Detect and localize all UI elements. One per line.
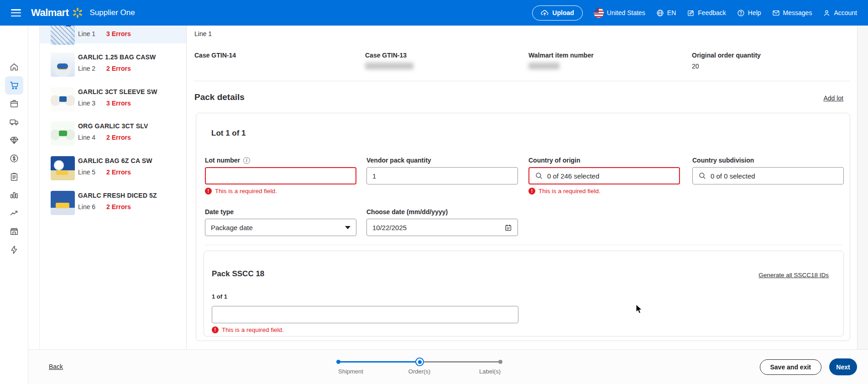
vendor-pack-qty-input[interactable] <box>372 172 512 180</box>
sscc-field: ! This is a required field. <box>212 303 518 333</box>
sidebar-item-reports[interactable] <box>5 168 23 186</box>
step-dot-labels[interactable] <box>498 360 502 364</box>
country-selector[interactable]: United States <box>594 8 645 18</box>
date-type-label: Date type <box>205 208 234 216</box>
vertical-scrollbar[interactable] <box>857 26 868 349</box>
list-item-line-3[interactable]: GARLIC 3CT SLEEVE SW Line 3 3 Errors <box>40 87 186 113</box>
messages-link[interactable]: Messages <box>772 9 812 17</box>
pack-details-title: Pack details <box>194 92 245 102</box>
sscc-input[interactable] <box>218 311 512 319</box>
sidebar-item-marketplace[interactable] <box>5 222 23 241</box>
hamburger-menu-icon[interactable] <box>11 9 21 16</box>
box-icon <box>9 99 19 109</box>
error-count: 2 Errors <box>106 134 131 141</box>
walmart-logo[interactable]: Walmart <box>31 7 83 19</box>
divider <box>194 81 850 81</box>
choose-date-field: Choose date (mm/dd/yyyy) <box>366 208 518 236</box>
sidebar-item-orders[interactable] <box>5 76 23 95</box>
case-gtin13-field: Case GTIN-13 <box>365 52 413 69</box>
lot-card: Lot 1 of 1 Lot number i ! This is a requ… <box>196 113 850 341</box>
sidebar-item-growth[interactable] <box>5 204 23 222</box>
bar-chart-icon <box>9 190 19 200</box>
generate-sscc-link[interactable]: Generate all SSCC18 IDs <box>758 272 829 279</box>
choose-date-input[interactable] <box>372 224 500 231</box>
list-item-line-2[interactable]: GARLIC 1.25 BAG CASW Line 2 2 Errors <box>40 53 186 78</box>
list-item-line-4[interactable]: ORG GARLIC 3CT SLV Line 4 2 Errors <box>40 121 186 147</box>
step-dot-shipment[interactable] <box>336 360 340 364</box>
step-label-orders: Order(s) <box>408 368 430 375</box>
error-icon: ! <box>528 188 535 195</box>
line-label: Line 5 <box>78 168 95 176</box>
line-label: Line 6 <box>78 203 95 210</box>
walmart-wordmark: Walmart <box>31 7 68 19</box>
feedback-link[interactable]: Feedback <box>687 9 726 17</box>
language-selector[interactable]: EN <box>656 9 676 17</box>
case-gtin14-field: Case GTIN-14 <box>194 52 236 59</box>
help-link[interactable]: Help <box>737 9 761 17</box>
sidebar-item-payments[interactable] <box>5 149 23 168</box>
sscc-title: Pack SSCC 18 <box>212 269 264 279</box>
sidebar-item-items[interactable] <box>5 95 23 113</box>
sscc-card: Pack SSCC 18 Generate all SSCC18 IDs 1 o… <box>204 251 844 337</box>
upload-button[interactable]: Upload <box>532 5 582 21</box>
next-button[interactable]: Next <box>829 358 857 375</box>
app-title: Supplier One <box>89 8 135 17</box>
cart-icon <box>9 80 19 90</box>
product-title: ORG GARLIC 3CT SLV <box>78 122 148 130</box>
calendar-icon[interactable] <box>504 223 512 232</box>
country-of-origin-field: Country of origin 0 of 246 selected ! Th… <box>528 157 680 195</box>
product-title: GARLIC 3CT SLEEVE SW <box>78 88 157 95</box>
product-thumbnail <box>51 156 75 180</box>
info-icon[interactable]: i <box>243 157 250 164</box>
vendor-pack-qty-label: Vendor pack quantity <box>366 157 431 164</box>
error-message: This is a required field. <box>215 188 277 195</box>
us-flag-icon <box>594 8 604 18</box>
account-menu[interactable]: Account <box>823 9 857 17</box>
country-subdivision-select[interactable]: 0 of 0 selected <box>692 167 844 184</box>
country-subdivision-field: Country subdivision 0 of 0 selected <box>692 157 844 184</box>
date-type-select[interactable]: Package date <box>205 219 356 236</box>
country-subdivision-label: Country subdivision <box>692 157 754 164</box>
header-actions: Upload United States EN Feedback <box>532 5 857 21</box>
truck-icon <box>9 117 19 127</box>
lot-number-input[interactable] <box>211 172 350 180</box>
sidebar-item-automation[interactable] <box>5 241 23 259</box>
error-icon: ! <box>212 326 219 333</box>
error-icon: ! <box>205 188 212 195</box>
sidebar-expand-toggle[interactable] <box>7 382 20 384</box>
step-dot-orders[interactable] <box>415 358 424 366</box>
add-lot-link[interactable]: Add lot <box>823 95 843 102</box>
icon-sidebar <box>0 26 28 384</box>
list-item-line-6[interactable]: GARLC FRESH DICED 5Z Line 6 2 Errors <box>40 191 186 216</box>
sidebar-item-analytics[interactable] <box>5 186 23 204</box>
country-of-origin-select[interactable]: 0 of 246 selected <box>528 167 680 184</box>
product-thumbnail <box>51 191 75 215</box>
error-count: 3 Errors <box>106 30 131 37</box>
order-qty-value: 20 <box>692 63 761 70</box>
field-label: Case GTIN-14 <box>194 52 236 59</box>
date-type-field: Date type Package date <box>205 208 356 236</box>
footer-bar: Back Shipment Order(s) Label(s) Save and… <box>28 349 868 384</box>
redacted-value <box>365 63 413 69</box>
list-item-line-5[interactable]: GARLIC BAG 6Z CA SW Line 5 2 Errors <box>40 156 186 182</box>
redacted-value <box>528 63 559 69</box>
error-count: 2 Errors <box>106 65 131 72</box>
sidebar-item-deals[interactable] <box>5 131 23 149</box>
search-icon <box>698 172 706 180</box>
field-label: Walmart item number <box>528 52 594 59</box>
sidebar-item-home[interactable] <box>5 58 23 76</box>
chevron-down-icon <box>345 226 350 229</box>
line-detail-main: Line 1 Case GTIN-14 Case GTIN-13 Walmart… <box>187 26 857 349</box>
line-label: Line 3 <box>78 100 95 107</box>
product-thumbnail <box>51 87 75 111</box>
save-and-exit-button[interactable]: Save and exit <box>760 359 822 375</box>
order-qty-field: Original order quantity 20 <box>692 52 761 70</box>
product-thumbnail <box>51 121 75 146</box>
back-link[interactable]: Back <box>49 363 63 370</box>
error-count: 2 Errors <box>106 168 131 176</box>
sidebar-item-shipping[interactable] <box>5 113 23 131</box>
field-label: Case GTIN-13 <box>365 52 413 59</box>
sscc-index-label: 1 of 1 <box>212 293 227 300</box>
trend-up-icon <box>9 208 19 218</box>
list-item-line-1[interactable]: Line 1 3 Errors <box>40 26 186 43</box>
